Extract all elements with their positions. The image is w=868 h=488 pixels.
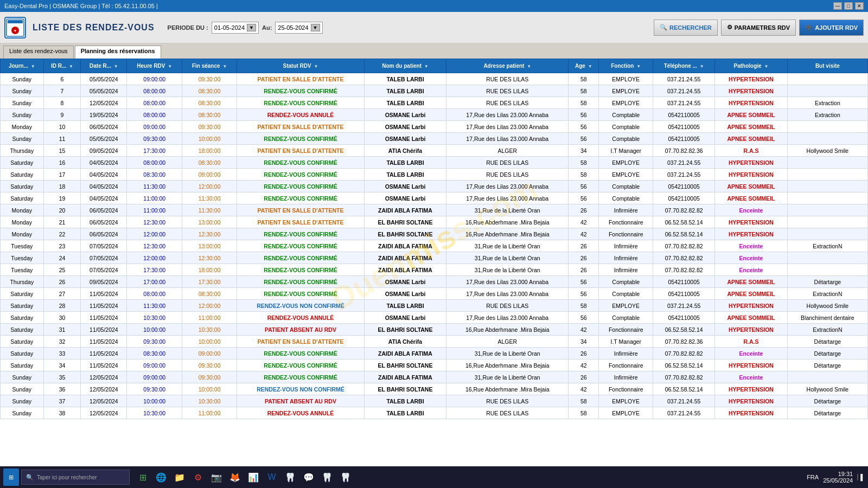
date-to-input[interactable]: 25-05-2024 ▼ xyxy=(275,22,322,34)
col-adresse[interactable]: Adresse patient ▼ xyxy=(446,59,569,73)
cell-id: 23 xyxy=(43,240,81,252)
table-row[interactable]: Saturday 32 11/05/2024 09:30:00 10:00:00… xyxy=(1,336,868,348)
cell-nom: ZAIDI ABLA FATIMA xyxy=(364,204,446,216)
col-patho[interactable]: Pathologie ▼ xyxy=(715,59,788,73)
maximize-button[interactable]: □ xyxy=(844,2,853,10)
ajouter-button[interactable]: ➕ AJOUTER RDV xyxy=(799,20,864,36)
close-button[interactable]: ✕ xyxy=(855,2,864,10)
cell-jour: Saturday xyxy=(1,300,44,312)
table-row[interactable]: Sunday 6 05/05/2024 09:00:00 09:30:00 PA… xyxy=(1,73,868,85)
table-row[interactable]: Saturday 16 04/05/2024 08:00:00 08:30:00… xyxy=(1,157,868,169)
col-age[interactable]: Age ▼ xyxy=(569,59,599,73)
taskbar-icon-12[interactable]: 🦷 xyxy=(337,468,354,486)
tab-planning[interactable]: Planning des réservations xyxy=(75,46,161,59)
taskbar-icon-9[interactable]: 🦷 xyxy=(282,468,299,486)
table-row[interactable]: Monday 22 06/05/2024 12:00:00 12:30:00 R… xyxy=(1,228,868,240)
table-row[interactable]: Saturday 33 11/05/2024 08:30:00 09:00:00… xyxy=(1,348,868,359)
table-row[interactable]: Saturday 31 11/05/2024 10:00:00 10:30:00… xyxy=(1,324,868,336)
table-row[interactable]: Saturday 30 11/05/2024 10:30:00 11:00:00… xyxy=(1,312,868,324)
table-row[interactable]: Tuesday 24 07/05/2024 12:00:00 12:30:00 … xyxy=(1,252,868,264)
table-row[interactable]: Saturday 27 11/05/2024 08:00:00 08:30:00… xyxy=(1,288,868,300)
col-but[interactable]: But visite xyxy=(787,59,867,73)
taskbar-icon-2[interactable]: 🌐 xyxy=(152,468,170,486)
col-jour[interactable]: Journ... ▼ xyxy=(1,59,44,73)
cell-tel: 06.52.58.52.14 xyxy=(653,324,715,336)
taskbar-icon-5[interactable]: 📷 xyxy=(208,468,225,486)
cell-tel: 0542110005 xyxy=(653,288,715,300)
taskbar-icon-11[interactable]: 🦷 xyxy=(318,468,336,486)
col-fin[interactable]: Fin séance ▼ xyxy=(182,59,237,73)
table-row[interactable]: Sunday 8 12/05/2024 08:00:00 08:30:00 RE… xyxy=(1,97,868,109)
cell-heure: 11:30:00 xyxy=(127,300,182,312)
rechercher-button[interactable]: 🔍 RECHERCHER xyxy=(654,20,718,36)
tab-liste[interactable]: Liste des rendez-vous xyxy=(3,46,74,59)
table-row[interactable]: Monday 21 06/05/2024 12:30:00 13:00:00 P… xyxy=(1,216,868,228)
show-desktop-icon[interactable]: ▌ xyxy=(857,474,865,480)
taskbar-icon-7[interactable]: 📊 xyxy=(245,468,262,486)
cell-statut: PATIENT EN SALLE D'ATTENTE xyxy=(237,145,365,157)
cell-age: 42 xyxy=(569,228,599,240)
date-from-dropdown[interactable]: ▼ xyxy=(247,24,256,31)
table-row[interactable]: Saturday 34 11/05/2024 09:00:00 09:30:00… xyxy=(1,359,868,371)
col-nom[interactable]: Nom du patient ▼ xyxy=(364,59,446,73)
taskbar-icon-6[interactable]: 🦊 xyxy=(226,468,244,486)
table-row[interactable]: Sunday 11 05/05/2024 09:30:00 10:00:00 R… xyxy=(1,133,868,145)
cell-statut: PATIENT EN SALLE D'ATTENTE xyxy=(237,121,365,133)
parametres-button[interactable]: ⚙ PARAMETRES RDV xyxy=(721,20,796,36)
cell-age: 56 xyxy=(569,276,599,288)
table-row[interactable]: Monday 20 06/05/2024 11:00:00 11:30:00 P… xyxy=(1,204,868,216)
lang-code: FRA xyxy=(807,474,819,480)
table-container[interactable]: Journ... ▼ ID R... ▼ Date R... ▼ Heure R… xyxy=(0,59,868,474)
taskbar-icon-3[interactable]: 📁 xyxy=(171,468,188,486)
cell-fonction: Comptable xyxy=(599,288,653,300)
table-row[interactable]: Tuesday 25 07/05/2024 17:30:00 18:00:00 … xyxy=(1,264,868,276)
taskbar-search[interactable]: 🔍 Taper ici pour rechercher xyxy=(21,470,130,485)
col-heure[interactable]: Heure RDV ▼ xyxy=(127,59,182,73)
col-date[interactable]: Date R... ▼ xyxy=(81,59,127,73)
cell-heure: 09:00:00 xyxy=(127,371,182,383)
taskbar-icon-8[interactable]: W xyxy=(263,468,280,486)
cell-statut: RENDEZ-VOUS CONFIRMÉ xyxy=(237,276,365,288)
table-row[interactable]: Monday 10 06/05/2024 09:00:00 09:30:00 P… xyxy=(1,121,868,133)
table-row[interactable]: Sunday 7 05/05/2024 08:00:00 08:30:00 RE… xyxy=(1,85,868,97)
col-fonction[interactable]: Fonction ▼ xyxy=(599,59,653,73)
table-row[interactable]: Sunday 36 12/05/2024 09:30:00 10:00:00 R… xyxy=(1,383,868,395)
taskbar-icon-10[interactable]: 💬 xyxy=(300,468,317,486)
table-row[interactable]: Tuesday 23 07/05/2024 12:30:00 13:00:00 … xyxy=(1,240,868,252)
date-from-input[interactable]: 01-05-2024 ▼ xyxy=(212,22,259,34)
date-to-dropdown[interactable]: ▼ xyxy=(311,24,320,31)
table-row[interactable]: Sunday 38 12/05/2024 10:30:00 11:00:00 R… xyxy=(1,407,868,419)
col-id[interactable]: ID R... ▼ xyxy=(43,59,81,73)
col-tel[interactable]: Téléphone ... ▼ xyxy=(653,59,715,73)
cell-patho: APNEE SOMMEIL xyxy=(715,192,788,204)
minimize-button[interactable]: — xyxy=(833,2,842,10)
table-row[interactable]: Thursday 26 09/05/2024 17:00:00 17:30:00… xyxy=(1,276,868,288)
table-row[interactable]: Saturday 28 11/05/2024 11:30:00 12:00:00… xyxy=(1,300,868,312)
table-row[interactable]: Sunday 35 12/05/2024 09:00:00 09:30:00 R… xyxy=(1,371,868,383)
col-statut[interactable]: Statut RDV ▼ xyxy=(237,59,365,73)
cell-fonction: EMPLOYE xyxy=(599,73,653,85)
cell-id: 37 xyxy=(43,395,81,407)
table-row[interactable]: Sunday 9 19/05/2024 08:00:00 08:30:00 RE… xyxy=(1,109,868,121)
cell-heure: 12:30:00 xyxy=(127,240,182,252)
cell-id: 25 xyxy=(43,264,81,276)
cell-heure: 08:00:00 xyxy=(127,157,182,169)
start-button[interactable]: ⊞ xyxy=(3,468,19,486)
taskbar-icon-1[interactable]: ⊞ xyxy=(134,468,151,486)
table-row[interactable]: Saturday 19 04/05/2024 11:00:00 11:30:00… xyxy=(1,192,868,204)
cell-date: 11/05/2024 xyxy=(81,359,127,371)
table-row[interactable]: Sunday 37 12/05/2024 10:00:00 10:30:00 P… xyxy=(1,395,868,407)
cell-date: 06/05/2024 xyxy=(81,204,127,216)
cell-patho: HYPERTENSION xyxy=(715,383,788,395)
cell-id: 26 xyxy=(43,276,81,288)
cell-jour: Thursday xyxy=(1,276,44,288)
cell-tel: 0542110005 xyxy=(653,121,715,133)
cell-tel: 0542110005 xyxy=(653,181,715,192)
table-row[interactable]: Saturday 18 04/05/2024 11:30:00 12:00:00… xyxy=(1,181,868,192)
taskbar-icon-4[interactable]: ⚙ xyxy=(189,468,207,486)
cell-date: 11/05/2024 xyxy=(81,348,127,359)
table-row[interactable]: Saturday 17 04/05/2024 08:30:00 09:00:00… xyxy=(1,169,868,181)
cell-patho: Enceinte xyxy=(715,348,788,359)
cell-statut: RENDEZ-VOUS CONFIRMÉ xyxy=(237,252,365,264)
table-row[interactable]: Thursday 15 09/05/2024 17:30:00 18:00:00… xyxy=(1,145,868,157)
